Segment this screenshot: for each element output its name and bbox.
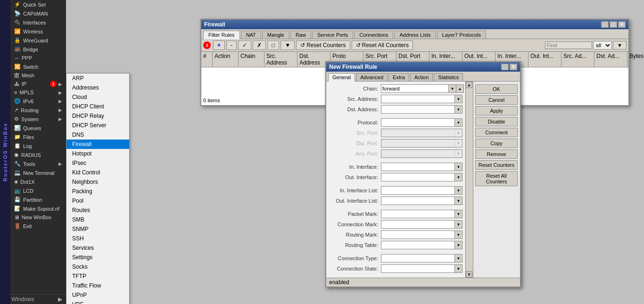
connection-state-field[interactable]: ▼ (381, 264, 462, 273)
routing-table-input[interactable] (381, 241, 454, 249)
context-menu-dhcp-relay[interactable]: DHCP Relay (66, 111, 129, 121)
rule-cancel-button[interactable]: Cancel (475, 95, 518, 105)
sidebar-item-files[interactable]: 📁 Files (10, 132, 66, 141)
in-interface-list-dropdown-btn[interactable]: ▼ (454, 187, 462, 194)
chain-input[interactable] (381, 85, 448, 92)
protocol-input[interactable] (381, 119, 454, 126)
sidebar-item-mpls[interactable]: ≡ MPLS ▶ (10, 88, 66, 97)
connection-type-dropdown-btn[interactable]: ▼ (454, 255, 462, 262)
sidebar-item-switch[interactable]: 🔀 Switch (10, 62, 66, 71)
sidebar-item-ip[interactable]: 🖧 IP 1 ▶ (10, 80, 66, 88)
context-menu-firewall[interactable]: Firewall (66, 140, 129, 149)
fw-tab-connections[interactable]: Connections (354, 31, 393, 39)
fw-tab-service-ports[interactable]: Service Ports (312, 31, 353, 39)
routing-table-field[interactable]: ▼ (381, 241, 462, 249)
sidebar-item-interfaces[interactable]: 🔌 Interfaces (10, 18, 66, 27)
connection-type-field[interactable]: ▼ (381, 254, 462, 263)
rule-disable-button[interactable]: Disable (475, 117, 518, 126)
context-menu-snmp[interactable]: SNMP (66, 224, 129, 234)
copy-rule-button[interactable]: □ (267, 41, 279, 50)
minimize-button[interactable]: _ (601, 21, 609, 28)
routing-mark-dropdown-btn[interactable]: ▼ (454, 231, 462, 238)
sidebar-item-partition[interactable]: 💾 Partition (10, 195, 66, 204)
fw-tab-mangle[interactable]: Mangle (262, 31, 289, 39)
sidebar-item-ipv6[interactable]: 🌐 IPv6 ▶ (10, 97, 66, 106)
sidebar-item-routing[interactable]: ↗ Routing ▶ (10, 106, 66, 115)
out-interface-dropdown-btn[interactable]: ▼ (454, 173, 462, 181)
context-menu-socks[interactable]: Socks (66, 262, 129, 271)
find-dropdown-button[interactable]: ▼ (613, 41, 627, 49)
context-menu-vrf[interactable]: VRF (66, 300, 129, 304)
context-menu-neighbors[interactable]: Neighbors (66, 177, 129, 187)
out-interface-list-field[interactable]: ▼ (381, 197, 462, 205)
find-select[interactable]: all (593, 41, 612, 49)
dst-address-field[interactable]: ▼ (381, 105, 462, 114)
context-menu-cloud[interactable]: Cloud (66, 92, 129, 102)
sidebar-item-new-terminal[interactable]: 💻 New Terminal (10, 168, 66, 177)
scroll-up-btn[interactable]: ▲ (466, 82, 472, 88)
chain-scroll-btn[interactable]: ▲ (456, 85, 463, 92)
sidebar-item-radius[interactable]: ◉ RADIUS (10, 150, 66, 159)
context-menu-ipsec[interactable]: IPsec (66, 158, 129, 168)
rule-ok-button[interactable]: OK (475, 84, 518, 94)
packet-mark-input[interactable] (381, 210, 454, 218)
maximize-button[interactable]: □ (610, 21, 617, 28)
context-menu-packing[interactable]: Packing (66, 187, 129, 196)
context-menu-services[interactable]: Services (66, 243, 129, 253)
out-interface-input[interactable] (381, 173, 454, 181)
context-menu-dns[interactable]: DNS (66, 130, 129, 140)
sidebar-item-mesh[interactable]: 🕸 Mesh (10, 71, 66, 80)
sidebar-item-capsman[interactable]: 📡 CAPsMAN (10, 9, 66, 18)
in-interface-list-field[interactable]: ▼ (381, 186, 462, 195)
fw-tab-nat[interactable]: NAT (241, 31, 261, 39)
sidebar-item-bridge[interactable]: 🌉 Bridge (10, 45, 66, 54)
rule-reset-counters-button[interactable]: Reset Counters (475, 160, 518, 170)
context-menu-routes[interactable]: Routes (66, 205, 129, 215)
context-menu-upnp[interactable]: UPnP (66, 290, 129, 300)
out-interface-field[interactable]: ▼ (381, 173, 462, 181)
find-input[interactable] (545, 41, 592, 49)
chain-field[interactable]: ▼ ▲ (381, 84, 464, 93)
context-menu-kid-control[interactable]: Kid Control (66, 168, 129, 177)
rule-reset-all-counters-button[interactable]: Reset All Counters (475, 171, 518, 186)
add-rule-button[interactable]: + (213, 41, 225, 50)
connection-state-input[interactable] (381, 265, 454, 272)
rule-tab-statistics[interactable]: Statistics (434, 73, 463, 81)
rule-tab-advanced[interactable]: Advanced (356, 73, 388, 81)
scroll-down-btn[interactable]: ▼ (466, 271, 472, 278)
context-menu-pool[interactable]: Pool (66, 196, 129, 205)
packet-mark-dropdown-btn[interactable]: ▼ (454, 210, 462, 218)
context-menu-tftp[interactable]: TFTP (66, 271, 129, 281)
filter-button[interactable]: ▼ (281, 41, 295, 50)
chain-dropdown-btn[interactable]: ▼ (448, 85, 456, 92)
sidebar-item-new-winbox[interactable]: 🖥 New WinBox (10, 213, 66, 222)
enable-rule-button[interactable]: ✓ (238, 41, 251, 50)
fw-tab-address-lists[interactable]: Address Lists (394, 31, 436, 39)
connection-mark-field[interactable]: ▼ (381, 220, 462, 229)
routing-mark-field[interactable]: ▼ (381, 230, 462, 239)
src-address-input[interactable] (381, 95, 454, 103)
out-interface-list-input[interactable] (381, 197, 454, 205)
connection-mark-input[interactable] (381, 221, 454, 228)
routing-table-dropdown-btn[interactable]: ▼ (454, 241, 462, 249)
sidebar-item-quick-set[interactable]: ⚡ Quick Set (10, 0, 66, 9)
sidebar-item-queues[interactable]: 📊 Queues (10, 123, 66, 132)
rule-comment-button[interactable]: Comment (475, 128, 518, 137)
out-interface-list-dropdown-btn[interactable]: ▼ (454, 197, 462, 205)
sidebar-item-wireguard[interactable]: 🔒 WireGuard (10, 36, 66, 45)
packet-mark-field[interactable]: ▼ (381, 210, 462, 218)
src-address-dropdown-btn[interactable]: ▼ (454, 95, 462, 103)
context-menu-traffic-flow[interactable]: Traffic Flow (66, 281, 129, 290)
rule-remove-button[interactable]: Remove (475, 149, 518, 159)
sidebar-item-wireless[interactable]: 📶 Wireless (10, 27, 66, 36)
sidebar-item-exit[interactable]: 🚪 Exit (10, 222, 66, 230)
remove-rule-button[interactable]: - (226, 41, 237, 50)
fw-tab-filter-rules[interactable]: Filter Rules (203, 31, 240, 39)
context-menu-ssh[interactable]: SSH (66, 234, 129, 243)
protocol-field[interactable]: ▼ (381, 118, 462, 127)
sidebar-item-dot1x[interactable]: ◈ Dot1X (10, 177, 66, 186)
new-rule-close[interactable]: ✕ (510, 64, 517, 70)
context-menu-dhcp-client[interactable]: DHCP Client (66, 102, 129, 111)
context-menu-addresses[interactable]: Addresses (66, 83, 129, 92)
routing-mark-input[interactable] (381, 231, 454, 238)
